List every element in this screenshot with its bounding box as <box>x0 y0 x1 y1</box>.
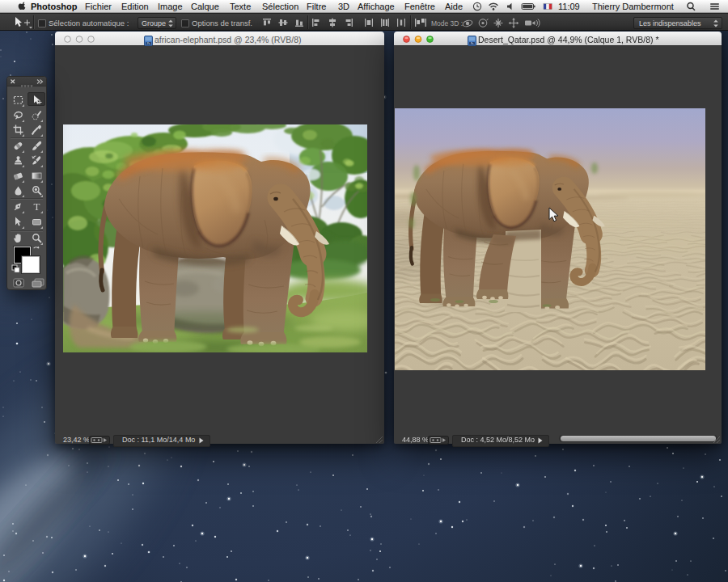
svg-text:Ps: Ps <box>147 42 150 45</box>
svg-text:T: T <box>34 201 40 212</box>
svg-text:Ps: Ps <box>471 42 474 45</box>
